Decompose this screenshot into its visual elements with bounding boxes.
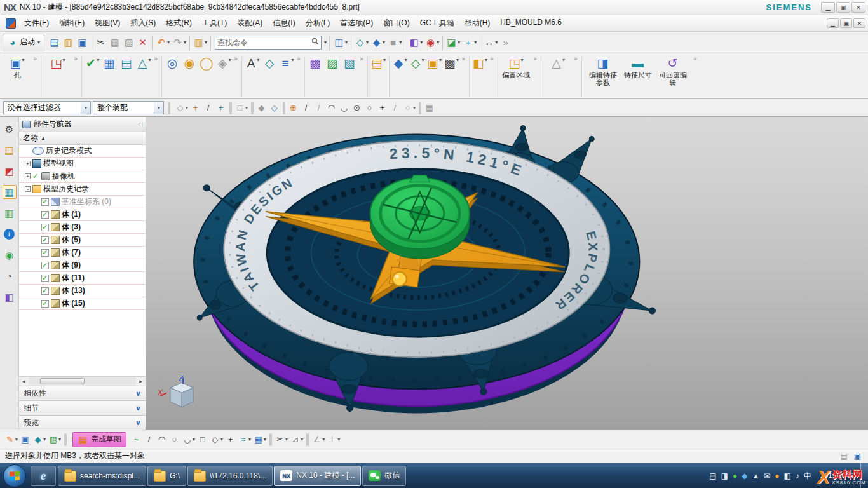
delete-face-button[interactable]: △▾ — [543, 55, 573, 98]
constraints-icon[interactable]: +▾ — [461, 34, 478, 51]
coil-icon[interactable]: ◉ — [181, 55, 198, 98]
reopen-part-icon[interactable]: ▥▾ — [192, 34, 208, 51]
feature-toolbar-item[interactable] — [161, 57, 162, 97]
tree-node-label[interactable]: 体 (7) — [62, 247, 81, 258]
menu-item[interactable]: 装配(A) — [232, 16, 268, 30]
reuse-library-icon[interactable]: ▥ — [3, 206, 17, 220]
internet-explorer-button[interactable]: e — [31, 466, 56, 486]
toolbar-icon[interactable] — [92, 35, 92, 50]
language-indicator[interactable]: 中 — [804, 472, 811, 480]
snap-intersection-icon[interactable]: + — [215, 101, 227, 115]
tree-row[interactable]: 体 (3) — [19, 221, 146, 234]
feature-toolbar-item[interactable]: » — [233, 55, 240, 98]
minimize-button[interactable]: ▁ — [821, 2, 835, 13]
toolbar-icon[interactable] — [152, 35, 153, 50]
note-icon[interactable]: ▤▾ — [370, 55, 387, 98]
constraint-navigator-icon[interactable]: ◩ — [3, 164, 17, 178]
expressions-icon[interactable]: ▦ — [101, 55, 118, 98]
chevron-down-icon[interactable]: ▾ — [81, 102, 90, 114]
child-close-button[interactable]: ✕ — [853, 18, 865, 28]
visibility-checkbox[interactable] — [41, 300, 49, 308]
visibility-checkbox[interactable] — [41, 236, 49, 244]
navigator-section[interactable]: 相依性 ∨ — [19, 386, 146, 400]
visibility-checkbox[interactable] — [41, 224, 49, 231]
tree-row[interactable]: 体 (13) — [19, 285, 146, 297]
cut-icon[interactable]: ✂ — [94, 34, 108, 51]
feature-toolbar-item[interactable]: » — [358, 55, 365, 98]
tree-row[interactable]: 体 (9) — [19, 259, 146, 272]
toolbar-icon[interactable] — [405, 35, 405, 50]
visibility-checkbox[interactable] — [41, 262, 49, 269]
snap-online-icon[interactable]: / — [313, 101, 325, 115]
feature-toolbar-item[interactable]: » — [489, 55, 496, 98]
tree-row[interactable]: 历史记录模式 — [19, 145, 146, 158]
part-list-icon[interactable]: ≡▾ — [278, 55, 295, 98]
tree-row[interactable]: 体 (15) — [19, 297, 146, 310]
navigator-column-header[interactable]: 名称 ▲ — [19, 132, 146, 145]
feature-toolbar-item[interactable] — [469, 57, 470, 97]
snap-arc-icon[interactable]: ◠ — [325, 101, 338, 115]
menu-item[interactable]: 工具(T) — [197, 16, 232, 30]
palette-icon[interactable]: ◧ — [3, 290, 17, 304]
render-style-icon[interactable]: ◉▾ — [424, 34, 440, 51]
emboss-icon[interactable]: ◇ — [261, 55, 278, 98]
undo-icon[interactable]: ↶▾ — [154, 34, 171, 51]
tree-node-label[interactable]: 模型历史记录 — [43, 184, 89, 194]
tree-row[interactable]: - 模型历史记录 — [19, 183, 146, 196]
taskbar-button[interactable]: 微信 — [362, 466, 406, 486]
tree-node-label[interactable]: 体 (3) — [62, 222, 81, 233]
expander-icon[interactable]: - — [25, 186, 31, 192]
menu-item[interactable]: 信息(I) — [268, 16, 300, 30]
volume-tray-icon[interactable]: ♪ — [796, 472, 799, 480]
assembly-navigator-icon[interactable]: ▤ — [3, 143, 17, 157]
shaded-view-icon[interactable]: ◆▾ — [370, 34, 386, 51]
blue-app-tray-icon[interactable]: ◆ — [742, 472, 747, 480]
menu-item[interactable]: 文件(F) — [19, 16, 54, 30]
fillet-icon[interactable]: ◡▾ — [181, 433, 196, 447]
sync-modeling-icon[interactable]: ✔▾ — [84, 55, 101, 98]
menu-item[interactable]: 格式(R) — [161, 16, 197, 30]
search-chevron-icon[interactable]: ▾ — [324, 39, 327, 45]
finish-sketch-button[interactable]: ▦ 完成草图 — [72, 432, 126, 447]
search-icon[interactable] — [311, 37, 319, 47]
rectangle-select-icon[interactable]: □▾ — [234, 101, 249, 115]
snap-toolbar-icon[interactable] — [251, 102, 254, 114]
sketch-constrain-icon[interactable]: ◆▾ — [32, 433, 47, 447]
menu-item[interactable]: GC工具箱 — [415, 16, 459, 30]
tree-node-label[interactable]: 体 (11) — [62, 273, 85, 283]
tree-node-label[interactable]: 模型视图 — [43, 158, 74, 169]
tree-row[interactable]: 体 (7) — [19, 247, 146, 259]
constraint-icon[interactable]: ⊥▾ — [326, 433, 341, 447]
resize-face-icon[interactable]: ▣▾ — [426, 55, 443, 98]
feature-toolbar-item[interactable] — [367, 57, 368, 97]
spline-icon[interactable]: ~ — [130, 433, 143, 447]
extend-icon[interactable]: ⊿▾ — [289, 433, 304, 447]
scrollbar-thumb[interactable] — [40, 378, 85, 384]
snap-tangent-icon[interactable]: ◡ — [338, 101, 351, 115]
scroll-right-icon[interactable]: ► — [136, 379, 146, 384]
snap-menu-icon[interactable]: ◇▾ — [174, 101, 189, 115]
menu-item[interactable]: 分析(L) — [301, 16, 336, 30]
redo-icon[interactable]: ↷▾ — [171, 34, 187, 51]
polygon-icon[interactable]: ◇▾ — [209, 433, 224, 447]
datum-axis-icon[interactable]: △▾ — [135, 55, 153, 98]
feature-toolbar-item[interactable] — [541, 57, 541, 97]
visibility-checkbox[interactable] — [32, 172, 39, 180]
visibility-checkbox[interactable] — [41, 249, 49, 257]
toolbar-icon[interactable] — [210, 35, 211, 50]
freeform-icon[interactable]: ◈▾ — [215, 55, 233, 98]
feature-toolbar-item[interactable] — [41, 57, 41, 97]
selection-scope-dropdown[interactable]: 整个装配 ▾ — [93, 101, 164, 114]
sketch-toolbar-icon[interactable] — [64, 433, 67, 446]
lattice-icon[interactable]: ▩ — [307, 55, 324, 98]
snap-point-icon[interactable]: ⊕ — [287, 101, 300, 115]
label-icon[interactable]: ▩▾ — [443, 55, 460, 98]
dimension-icon[interactable]: ∠▾ — [311, 433, 326, 447]
feature-toolbar-item[interactable] — [389, 57, 390, 97]
green-app-tray-icon[interactable]: ● — [733, 472, 737, 480]
snap-midpoint-icon[interactable]: / — [202, 101, 215, 115]
snap-slash-icon[interactable]: / — [389, 101, 402, 115]
menu-item[interactable]: 视图(V) — [90, 16, 125, 30]
text-tool-icon[interactable]: A▾ — [244, 55, 261, 98]
wireframe-view-icon[interactable]: ■▾ — [386, 34, 403, 51]
